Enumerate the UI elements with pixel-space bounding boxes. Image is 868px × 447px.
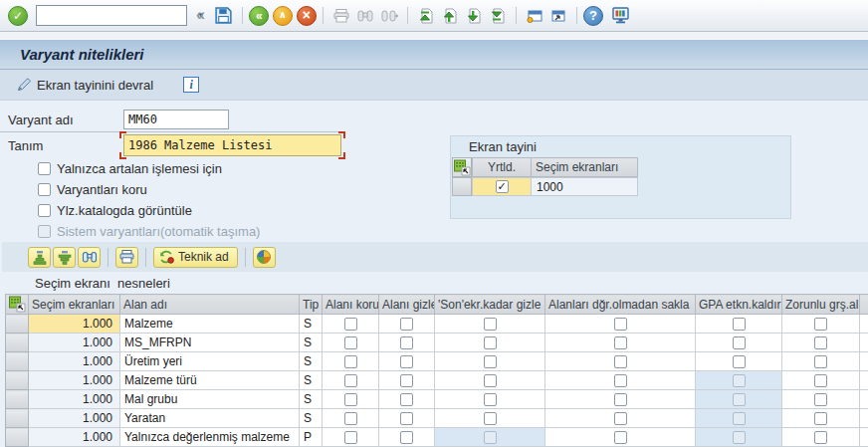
switch-off-gpa-checkbox[interactable]: [733, 336, 746, 349]
new-session-icon[interactable]: [524, 5, 545, 27]
save-icon[interactable]: [213, 5, 235, 27]
protect-field-checkbox[interactable]: [344, 318, 357, 331]
row-selector[interactable]: [6, 409, 29, 428]
required-entry-checkbox[interactable]: [814, 431, 827, 444]
column-header-screens[interactable]: Seçim ekranları: [531, 157, 638, 177]
hide-field-checkbox[interactable]: [400, 431, 413, 444]
page-down-icon[interactable]: [463, 5, 485, 27]
row-selector[interactable]: [6, 390, 29, 409]
screen-cell[interactable]: 1000: [531, 177, 638, 196]
field-name-cell[interactable]: Yaratan: [120, 409, 300, 428]
hide-until-end-checkbox[interactable]: [484, 355, 497, 368]
hide-field-checkbox[interactable]: [400, 412, 413, 425]
save-without-values-checkbox[interactable]: [614, 412, 627, 425]
save-without-values-checkbox[interactable]: [614, 355, 627, 368]
command-field[interactable]: ▼: [36, 5, 187, 26]
column-header[interactable]: Alanı gizle: [379, 295, 435, 315]
switch-off-gpa-checkbox[interactable]: [733, 318, 746, 331]
save-without-values-checkbox[interactable]: [614, 431, 627, 444]
field-name-cell[interactable]: Malzeme: [120, 315, 300, 334]
screen-number-cell[interactable]: 1.000: [29, 371, 120, 390]
info-icon[interactable]: i: [183, 77, 199, 93]
sort-ascending-button[interactable]: [28, 247, 51, 268]
assigned-cell[interactable]: ✓: [472, 177, 532, 196]
collapse-toolbar-icon[interactable]: «: [196, 6, 205, 24]
form-checkbox-row[interactable]: Yalnızca artalan işlemesi için: [38, 161, 222, 176]
row-selector[interactable]: [452, 177, 472, 196]
hide-field-checkbox[interactable]: [400, 374, 413, 387]
hide-until-end-checkbox[interactable]: [484, 318, 497, 331]
form-checkbox-row[interactable]: Ylz.katalogda görüntüle: [38, 203, 192, 218]
screen-number-cell[interactable]: 1.000: [29, 315, 120, 334]
row-selector[interactable]: [6, 315, 29, 334]
hide-until-end-checkbox[interactable]: [484, 336, 497, 349]
required-entry-checkbox[interactable]: [814, 393, 827, 406]
column-header[interactable]: Alan adı: [120, 295, 300, 315]
checkbox[interactable]: [38, 204, 51, 217]
column-header[interactable]: Tip: [300, 295, 323, 315]
variant-overview-button[interactable]: [253, 247, 276, 268]
adopt-screen-assignment-button[interactable]: Ekran tayinini devral: [12, 75, 157, 95]
column-header-assigned[interactable]: Yrtld.: [472, 157, 532, 177]
hide-until-end-checkbox[interactable]: [484, 412, 497, 425]
screen-number-cell[interactable]: 1.000: [29, 390, 120, 409]
column-header[interactable]: Alanı koru: [323, 295, 379, 315]
screen-number-cell[interactable]: 1.000: [29, 428, 120, 447]
column-header[interactable]: Alanları dğr.olmadan sakla: [545, 295, 696, 315]
exit-icon[interactable]: ∧: [273, 6, 293, 26]
protect-field-checkbox[interactable]: [344, 355, 357, 368]
checkbox[interactable]: [38, 183, 51, 196]
column-header[interactable]: Zorunlu grş.al.: [782, 295, 860, 315]
row-selector[interactable]: [6, 428, 29, 447]
variant-name-field[interactable]: MM60: [123, 110, 229, 129]
enter-icon[interactable]: ✓: [8, 6, 28, 26]
save-without-values-checkbox[interactable]: [614, 374, 627, 387]
switch-off-gpa-checkbox[interactable]: [733, 355, 746, 368]
protect-field-checkbox[interactable]: [344, 336, 357, 349]
find-button[interactable]: [78, 247, 101, 268]
hide-field-checkbox[interactable]: [400, 393, 413, 406]
save-without-values-checkbox[interactable]: [614, 336, 627, 349]
hide-field-checkbox[interactable]: [400, 318, 413, 331]
field-name-cell[interactable]: Malzeme türü: [120, 371, 300, 390]
last-page-icon[interactable]: [487, 5, 509, 27]
create-shortcut-icon[interactable]: [547, 5, 569, 27]
technical-name-button[interactable]: Teknik ad: [153, 247, 238, 268]
row-selector[interactable]: [6, 352, 29, 371]
checkbox[interactable]: [38, 162, 51, 175]
select-all-icon[interactable]: [452, 157, 472, 177]
print-button[interactable]: [115, 247, 138, 268]
row-selector[interactable]: [6, 334, 29, 352]
command-input[interactable]: [37, 7, 197, 24]
column-header[interactable]: 'Son'ekr.kadar gizle: [435, 295, 545, 315]
hide-until-end-checkbox[interactable]: [484, 374, 497, 387]
required-entry-checkbox[interactable]: [814, 336, 827, 349]
row-selector[interactable]: [6, 371, 29, 390]
required-entry-checkbox[interactable]: [814, 318, 827, 331]
back-icon[interactable]: «: [249, 6, 269, 26]
select-all-header[interactable]: [6, 295, 29, 315]
protect-field-checkbox[interactable]: [344, 431, 357, 444]
form-checkbox-row[interactable]: Varyantları koru: [38, 182, 147, 197]
screen-number-cell[interactable]: 1.000: [29, 334, 120, 352]
column-header[interactable]: Seçim ekranları: [29, 295, 120, 315]
field-name-cell[interactable]: Yalnızca değerlenmiş malzeme: [120, 428, 300, 447]
screen-number-cell[interactable]: 1.000: [29, 352, 120, 371]
screen-number-cell[interactable]: 1.000: [29, 409, 120, 428]
protect-field-checkbox[interactable]: [344, 412, 357, 425]
save-without-values-checkbox[interactable]: [614, 393, 627, 406]
protect-field-checkbox[interactable]: [344, 374, 357, 387]
save-without-values-checkbox[interactable]: [614, 318, 627, 331]
help-icon[interactable]: ?: [583, 6, 603, 26]
field-name-cell[interactable]: Üretim yeri: [120, 352, 300, 371]
required-entry-checkbox[interactable]: [814, 355, 827, 368]
first-page-icon[interactable]: [415, 5, 437, 27]
hide-until-end-checkbox[interactable]: [484, 393, 497, 406]
cancel-icon[interactable]: ×: [297, 6, 317, 26]
page-up-icon[interactable]: [439, 5, 461, 27]
hide-field-checkbox[interactable]: [400, 336, 413, 349]
customize-layout-icon[interactable]: [610, 5, 632, 27]
sort-descending-button[interactable]: [53, 247, 76, 268]
field-name-cell[interactable]: MS_MFRPN: [120, 334, 300, 352]
field-name-cell[interactable]: Mal grubu: [120, 390, 300, 409]
